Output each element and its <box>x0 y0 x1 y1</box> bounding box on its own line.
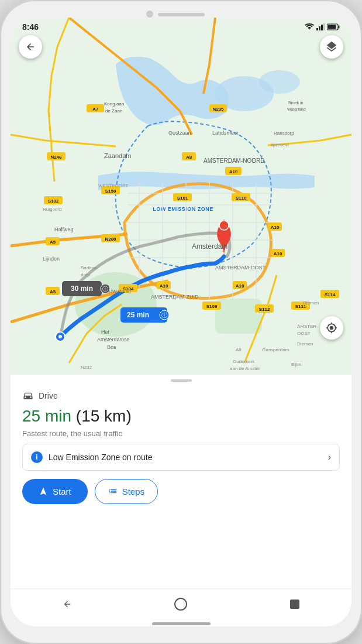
svg-text:S114: S114 <box>325 292 336 297</box>
back-arrow-icon <box>25 42 36 52</box>
svg-text:S110: S110 <box>236 196 247 201</box>
svg-text:WESTPOORT: WESTPOORT <box>98 183 129 189</box>
svg-text:30 min: 30 min <box>71 285 93 293</box>
layers-button[interactable] <box>320 35 343 59</box>
back-button[interactable] <box>19 35 42 59</box>
steps-label: Steps <box>122 487 144 496</box>
svg-text:Koog aan: Koog aan <box>104 101 124 107</box>
svg-text:AMSTER-: AMSTER- <box>297 324 318 329</box>
location-button[interactable] <box>320 316 343 340</box>
phone-camera <box>146 11 153 18</box>
svg-text:N246: N246 <box>50 155 62 160</box>
phone-screen: 8:46 <box>11 18 351 626</box>
svg-text:LOW EMISSION ZONE: LOW EMISSION ZONE <box>153 206 213 212</box>
svg-rect-3 <box>323 23 325 30</box>
svg-text:Halfweg: Halfweg <box>54 227 74 232</box>
svg-text:Zaandam: Zaandam <box>104 152 131 159</box>
car-icon <box>22 390 34 402</box>
svg-text:A10: A10 <box>271 225 280 230</box>
map-svg: LOW EMISSION ZONE <box>11 18 351 375</box>
route-time-display: 25 min (15 km) <box>22 407 340 426</box>
svg-text:AMSTERDAM-OOST: AMSTERDAM-OOST <box>215 265 266 270</box>
svg-text:A8: A8 <box>186 155 192 160</box>
svg-text:Ilperveld: Ilperveld <box>271 142 288 148</box>
svg-text:AMSTERDAM-NOORD: AMSTERDAM-NOORD <box>204 157 264 164</box>
svg-text:N200: N200 <box>105 237 116 242</box>
svg-text:AMSTERDAM-ZUID: AMSTERDAM-ZUID <box>151 294 199 300</box>
svg-text:25 min: 25 min <box>127 311 149 319</box>
steps-list-icon <box>108 487 118 496</box>
lez-banner[interactable]: i Low Emission Zone on route › <box>22 444 340 471</box>
svg-text:Ransdorp: Ransdorp <box>274 131 294 136</box>
svg-text:A9: A9 <box>236 347 242 352</box>
layers-icon <box>325 40 338 53</box>
svg-text:Diemen: Diemen <box>297 341 313 347</box>
svg-rect-11 <box>215 299 262 334</box>
svg-rect-2 <box>321 25 323 30</box>
lez-text: Low Emission Zone on route <box>49 453 152 462</box>
signal-icon <box>316 23 325 30</box>
status-bar: 8:46 <box>11 18 351 34</box>
map-container: 8:46 <box>11 18 351 375</box>
route-distance: (15 km) <box>76 407 132 425</box>
drive-car-icon <box>22 390 34 399</box>
svg-rect-6 <box>339 26 340 29</box>
drive-header: Drive <box>22 390 340 402</box>
svg-text:S112: S112 <box>259 307 270 312</box>
svg-text:S109: S109 <box>206 304 218 309</box>
svg-text:A10: A10 <box>229 169 238 174</box>
action-buttons: Start Steps <box>22 479 340 504</box>
svg-text:S102: S102 <box>48 198 59 204</box>
bottom-panel: Drive 25 min (15 km) Fastest route, the … <box>11 382 351 588</box>
svg-rect-5 <box>328 25 336 29</box>
svg-point-25 <box>58 335 62 338</box>
nav-home-icon <box>174 598 187 611</box>
navigation-icon <box>39 487 48 496</box>
svg-text:de Zaan: de Zaan <box>105 108 122 114</box>
route-subtitle: Fastest route, the usual traffic <box>22 429 340 438</box>
my-location-icon <box>326 322 337 334</box>
nav-bar <box>11 588 351 619</box>
svg-text:A10: A10 <box>160 283 168 289</box>
svg-text:A5: A5 <box>50 289 56 294</box>
lez-left: i Low Emission Zone on route <box>31 451 152 463</box>
svg-text:Het: Het <box>101 329 110 335</box>
svg-text:Amsterdamse: Amsterdamse <box>97 337 130 342</box>
battery-icon <box>327 23 340 30</box>
svg-text:Lijnden: Lijnden <box>43 256 60 262</box>
svg-text:ⓘ: ⓘ <box>161 312 167 318</box>
home-indicator <box>152 622 211 625</box>
svg-text:aan de Amstel: aan de Amstel <box>230 366 260 371</box>
svg-text:S150: S150 <box>105 189 116 194</box>
svg-rect-0 <box>316 28 318 30</box>
svg-text:ⓘ: ⓘ <box>102 286 108 292</box>
svg-point-26 <box>219 221 229 230</box>
svg-text:N235: N235 <box>212 107 224 112</box>
phone-speaker <box>158 13 205 16</box>
svg-point-9 <box>259 70 300 94</box>
wifi-icon <box>305 23 314 30</box>
svg-text:S101: S101 <box>177 196 188 201</box>
svg-text:Badhoe-: Badhoe- <box>81 265 99 270</box>
phone-frame: 8:46 <box>0 0 362 644</box>
svg-text:Oostzaan: Oostzaan <box>168 130 191 136</box>
svg-text:Ruigoord: Ruigoord <box>43 207 61 212</box>
start-button[interactable]: Start <box>22 479 88 504</box>
svg-text:Bijlm: Bijlm <box>291 362 302 367</box>
drive-label: Drive <box>39 391 58 400</box>
nav-home-button[interactable] <box>170 594 191 615</box>
svg-text:Amsterdam: Amsterdam <box>192 242 227 251</box>
status-icons <box>305 23 340 30</box>
lez-chevron-icon: › <box>328 452 331 463</box>
svg-text:A7: A7 <box>92 107 99 112</box>
svg-text:Broek in: Broek in <box>288 101 304 105</box>
svg-text:Waterland: Waterland <box>287 107 306 111</box>
svg-text:Bos: Bos <box>107 344 116 350</box>
svg-text:A10: A10 <box>274 251 282 256</box>
svg-rect-1 <box>319 26 320 30</box>
status-time: 8:46 <box>22 22 39 32</box>
lez-info-icon: i <box>31 451 43 463</box>
steps-button[interactable]: Steps <box>95 479 158 504</box>
nav-back-button[interactable] <box>57 594 78 615</box>
nav-recent-button[interactable] <box>284 594 305 615</box>
